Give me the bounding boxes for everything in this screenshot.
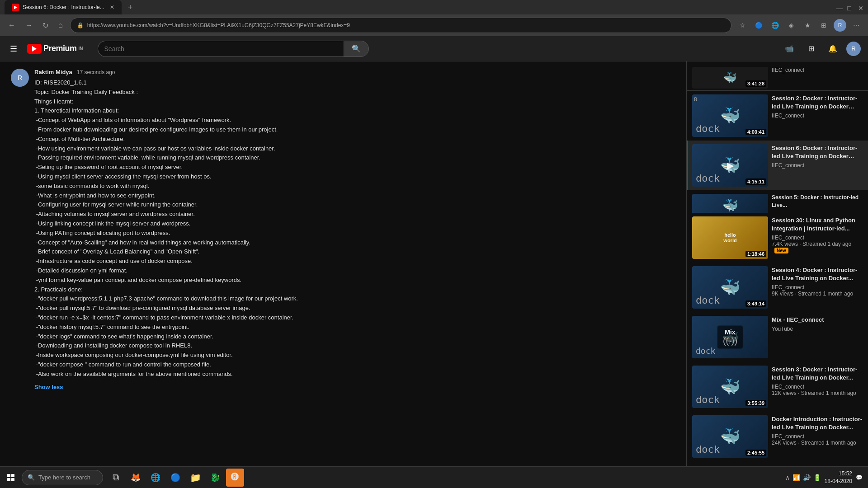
notifications-icon[interactable]: 🔔 xyxy=(825,41,841,57)
new-tab-button[interactable]: + xyxy=(125,3,136,12)
video-duration: 3:55:39 xyxy=(745,400,766,406)
taskbar-app-firefox[interactable]: 🦊 xyxy=(127,469,145,487)
refresh-button[interactable]: ↻ xyxy=(40,19,51,32)
tab-strip: ▶ Session 6: Docker : Instructor-le... ✕… xyxy=(5,0,135,14)
list-item[interactable]: 🐳 dock 3:49:14 Session 4: Docker : Instr… xyxy=(687,263,868,312)
country-label: IN xyxy=(79,46,83,51)
sidebar-video-title: Session 2: Docker : Instructor-led Live … xyxy=(772,94,863,111)
docker-text: dock xyxy=(696,346,715,356)
comment-meta: Raktim Midya 17 seconds ago xyxy=(34,69,675,75)
maximize-button[interactable]: □ xyxy=(847,5,853,10)
profile-avatar[interactable]: R xyxy=(834,19,846,32)
video-thumbnail: 🐳 dock 8 4:00:41 xyxy=(692,94,768,137)
video-create-icon[interactable]: 📹 xyxy=(781,41,797,57)
comment-section: R Raktim Midya 17 seconds ago ID: RISE20… xyxy=(0,61,686,488)
show-less-button[interactable]: Show less xyxy=(34,384,63,390)
list-item[interactable]: 🐳 dock 2:45:55 Docker Introduction : Ins… xyxy=(687,412,868,461)
comment-header: R Raktim Midya 17 seconds ago ID: RISE20… xyxy=(11,69,675,390)
back-button[interactable]: ← xyxy=(5,19,18,31)
taskbar-search-bar[interactable]: 🔍 Type here to search xyxy=(22,470,103,485)
start-square-4 xyxy=(11,478,14,481)
extension-icon-1[interactable]: 🔵 xyxy=(752,19,765,32)
list-item[interactable]: helloworld 1:18:46 Session 30: Linux and… xyxy=(687,213,868,263)
sidebar-video-title: Mix - IIEC_connect xyxy=(772,316,863,324)
close-button[interactable]: ✕ xyxy=(858,5,863,10)
battery-icon[interactable]: 🔋 xyxy=(813,474,821,481)
main-layout: R Raktim Midya 17 seconds ago ID: RISE20… xyxy=(0,61,868,488)
youtube-logo[interactable]: Premium IN xyxy=(27,44,83,54)
search-button[interactable]: 🔍 xyxy=(344,41,369,57)
sidebar-video-info: Session 4: Docker : Instructor-led Live … xyxy=(772,266,863,297)
sidebar-video-title: Docker Introduction : Instructor-led Liv… xyxy=(772,415,863,432)
video-thumbnail: ▶ 🐳 dock 4:15:11 xyxy=(692,144,768,187)
taskbar-app-kali[interactable]: 🐉 xyxy=(206,469,224,487)
active-tab[interactable]: ▶ Session 6: Docker : Instructor-le... ✕ xyxy=(5,0,122,14)
extension-icon-3[interactable]: ◈ xyxy=(785,19,797,32)
address-bar: ← → ↻ ⌂ 🔒 https://www.youtube.com/watch?… xyxy=(0,14,868,36)
video-sidebar: 🐳 3:41:28 IIEC_connect 🐳 dock 8 4:00:41 … xyxy=(686,61,868,488)
url-text: https://www.youtube.com/watch?v=UndfobhX… xyxy=(87,22,350,28)
taskbar-app-files[interactable]: 📁 xyxy=(186,469,204,487)
user-avatar[interactable]: R xyxy=(846,42,861,56)
sidebar-video-title: Session 3: Docker : Instructor-led Live … xyxy=(772,366,863,382)
url-bar[interactable]: 🔒 https://www.youtube.com/watch?v=Undfob… xyxy=(70,18,731,33)
taskbar-app-multitasking[interactable]: ⧉ xyxy=(107,469,125,487)
taskbar-app-chrome[interactable]: 🔵 xyxy=(166,469,184,487)
sidebar-channel: IIEC_connect xyxy=(772,162,863,169)
network-icon[interactable]: 📶 xyxy=(793,474,800,481)
taskbar-app-edge[interactable]: 🌐 xyxy=(146,469,165,487)
list-item[interactable]: ▶ 🐳 dock 4:15:11 Session 6: Docker : Ins… xyxy=(687,141,868,190)
list-item[interactable]: 🐳 3:41:28 IIEC_connect xyxy=(687,65,868,91)
star-icon[interactable]: ☆ xyxy=(736,19,749,32)
sidebar-video-info: Docker Introduction : Instructor-led Liv… xyxy=(772,415,863,446)
sidebar-video-info: Session 6: Docker : Instructor-led Live … xyxy=(772,144,863,169)
chevron-up-icon[interactable]: ∧ xyxy=(785,474,790,481)
mix-label: 🐳 dock Mix ((·)) xyxy=(692,316,768,358)
sidebar-video-info: IIEC_connect xyxy=(772,67,863,73)
sidebar-video-title: Session 6: Docker : Instructor-led Live … xyxy=(772,144,863,160)
docker-logo: 🐳 xyxy=(720,427,741,446)
apps-icon[interactable]: ⊞ xyxy=(803,41,819,57)
tab-close-button[interactable]: ✕ xyxy=(110,4,114,10)
clock-time: 15:52 xyxy=(825,470,852,478)
list-item[interactable]: 🐳 dock 8 4:00:41 Session 2: Docker : Ins… xyxy=(687,91,868,141)
docker-text: dock xyxy=(696,123,720,134)
sidebar-video-info: Session 5: Docker : Instructor-led Live.… xyxy=(772,194,863,211)
sidebar-channel: YouTube xyxy=(772,326,863,332)
sidebar-channel: IIEC_connect xyxy=(772,67,863,73)
thumbnail-image: 🐳 xyxy=(692,194,768,213)
list-item[interactable]: 🐳 dock 3:55:39 Session 3: Docker : Instr… xyxy=(687,362,868,412)
menu-button[interactable]: ☰ xyxy=(7,41,20,56)
docker-text: dock xyxy=(696,444,720,455)
volume-icon[interactable]: 🔊 xyxy=(803,474,811,481)
taskbar-app-custom[interactable]: 🅡 xyxy=(226,469,244,487)
docker-logo-icon: 🐳 xyxy=(723,71,737,84)
collections-icon[interactable]: ⊞ xyxy=(817,19,830,32)
favorites-icon[interactable]: ★ xyxy=(801,19,814,32)
start-square-2 xyxy=(11,474,14,477)
search-input[interactable] xyxy=(98,41,344,57)
home-button[interactable]: ⌂ xyxy=(56,19,66,31)
clock[interactable]: 15:52 18-04-2020 xyxy=(825,470,852,485)
minimize-button[interactable]: — xyxy=(836,5,842,10)
video-thumbnail: helloworld 1:18:46 xyxy=(692,216,768,259)
comment-text: ID: RISE2020_1.6.1 Topic: Docker Trainin… xyxy=(34,78,675,379)
sidebar-video-title: Session 4: Docker : Instructor-led Live … xyxy=(772,266,863,282)
thumb-label: helloworld xyxy=(722,230,738,245)
notification-icon[interactable]: 💬 xyxy=(856,474,863,481)
sidebar-video-title: Session 5: Docker : Instructor-led Live.… xyxy=(772,194,863,209)
taskbar-search-label: Type here to search xyxy=(38,474,90,481)
clock-date: 18-04-2020 xyxy=(825,478,852,485)
video-duration: 3:49:14 xyxy=(745,300,766,307)
more-options-button[interactable]: ⋯ xyxy=(850,19,863,32)
radio-icon: ((·)) xyxy=(723,336,737,346)
start-button[interactable] xyxy=(2,469,20,487)
extension-icon-2[interactable]: 🌐 xyxy=(769,19,781,32)
docker-logo: 🐳 xyxy=(720,377,741,396)
video-duration: 4:15:11 xyxy=(745,178,766,185)
list-item[interactable]: 🐳 dock Mix ((·)) Mix - IIEC_connect YouT… xyxy=(687,312,868,362)
forward-button[interactable]: → xyxy=(23,19,35,31)
sidebar-video-meta: 9K views · Streamed 1 month ago xyxy=(772,291,863,297)
docker-text: dock xyxy=(696,295,720,306)
list-item[interactable]: 🐳 Session 5: Docker : Instructor-led Liv… xyxy=(687,190,868,213)
